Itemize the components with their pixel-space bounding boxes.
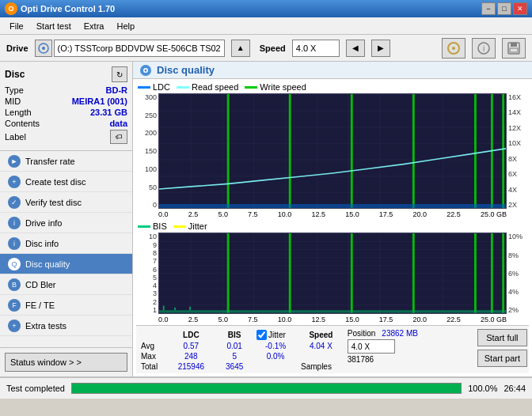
position-row: Position 23862 MB	[348, 329, 418, 338]
svg-rect-32	[351, 233, 353, 313]
content-title: Disc quality	[157, 64, 215, 76]
disc-mid-label: MID	[5, 96, 21, 106]
disc-section-title: Disc	[5, 69, 25, 80]
stats-right: Position 23862 MB 4.0 X 381786	[348, 329, 474, 364]
ldc-color	[138, 86, 150, 89]
ldc-max: 248	[166, 351, 215, 361]
chart2-container: 10 9 8 7 6 5 4 3 2 1	[136, 233, 529, 314]
samples-value: 381786	[348, 355, 374, 364]
chart1-plot	[158, 93, 507, 209]
drive-eject-button[interactable]: ▲	[231, 40, 250, 57]
jitter-checkbox[interactable]	[256, 330, 267, 340]
svg-rect-16	[159, 94, 506, 208]
samples-value-row: 381786	[348, 355, 374, 364]
main-content: Disc ↻ Type BD-R MID MEIRA1 (001) Length…	[0, 62, 532, 376]
sidebar-item-verify-test-disc[interactable]: ✓ Verify test disc	[0, 192, 132, 213]
jitter-header: Jitter	[268, 331, 286, 339]
toolbar-disc-button[interactable]	[442, 38, 466, 59]
jitter-color	[173, 225, 186, 228]
elapsed-time: 26:44	[504, 384, 526, 393]
write-speed-color	[245, 86, 257, 89]
sidebar-item-disc-info[interactable]: i Disc info	[0, 233, 132, 254]
svg-rect-20	[412, 94, 415, 208]
fe-te-label: FE / TE	[25, 301, 55, 310]
chart2-x-axis: 0.0 2.5 5.0 7.5 10.0 12.5 15.0 17.5 20.0…	[136, 316, 529, 323]
chart-area: LDC Read speed Write speed 300 250 200	[133, 79, 532, 376]
menu-bar: File Start test Extra Help	[0, 17, 532, 35]
bis-max: 5	[215, 351, 253, 361]
menu-help[interactable]: Help	[110, 20, 141, 32]
jitter-avg: -0.1%	[253, 341, 298, 351]
sidebar-item-cd-bler[interactable]: B CD Bler	[0, 274, 132, 295]
menu-file[interactable]: File	[3, 20, 30, 32]
speed-up-button[interactable]: ▶	[371, 40, 390, 57]
stats-header-row: LDC BIS Jitter Speed	[138, 329, 344, 341]
sidebar-item-drive-info[interactable]: i Drive info	[0, 213, 132, 233]
maximize-button[interactable]: □	[497, 2, 511, 15]
cd-bler-label: CD Bler	[25, 280, 56, 289]
svg-text:i: i	[483, 44, 484, 53]
svg-rect-37	[159, 311, 506, 313]
svg-rect-29	[159, 233, 506, 313]
svg-point-1	[42, 47, 45, 50]
speed-select[interactable]: 4.0 X	[292, 40, 340, 57]
close-button[interactable]: ✕	[513, 2, 527, 15]
status-window-label: Status window > >	[10, 357, 82, 367]
svg-rect-23	[502, 94, 504, 208]
content-area: Disc quality LDC Read speed Write speed	[133, 62, 532, 376]
speed-down-button[interactable]: ◀	[346, 40, 365, 57]
chart1-container: 300 250 200 150 100 50 0	[136, 93, 529, 209]
toolbar-info-button[interactable]: i	[472, 38, 496, 59]
toolbar-save-button[interactable]	[502, 38, 526, 59]
sidebar-item-transfer-rate[interactable]: ► Transfer rate	[0, 151, 132, 172]
speed-header: Speed	[298, 329, 344, 341]
menu-start-test[interactable]: Start test	[30, 20, 78, 32]
svg-rect-36	[502, 233, 504, 313]
disc-info-icon: i	[8, 237, 21, 250]
sidebar-item-disc-quality[interactable]: Q Disc quality	[0, 254, 132, 274]
menu-extra[interactable]: Extra	[78, 20, 111, 32]
write-speed-label: Write speed	[260, 82, 306, 92]
bis-color	[138, 225, 150, 228]
drive-label: Drive	[6, 43, 28, 53]
sidebar-item-fe-te[interactable]: F FE / TE	[0, 295, 132, 316]
drive-info-icon: i	[8, 217, 21, 229]
chart1-x-axis: 0.0 2.5 5.0 7.5 10.0 12.5 15.0 17.5 20.0…	[136, 210, 529, 218]
bis-label: BIS	[153, 221, 167, 231]
drive-bar: Drive (O:) TSSTcorp BDDVDW SE-506CB TS02…	[0, 35, 532, 62]
position-value: 23862 MB	[382, 329, 418, 338]
create-test-disc-label: Create test disc	[25, 177, 86, 187]
jitter-legend: Jitter	[173, 221, 207, 231]
disc-refresh-button[interactable]: ↻	[112, 66, 127, 82]
bis-avg: 0.01	[215, 341, 253, 351]
read-speed-color	[177, 86, 189, 89]
disc-info-label: Disc info	[25, 239, 59, 248]
svg-rect-34	[474, 233, 477, 313]
cd-bler-icon: B	[8, 278, 21, 291]
disc-quality-header-icon	[139, 64, 152, 77]
progress-percentage: 100.0%	[468, 384, 497, 393]
disc-length-value: 23.31 GB	[90, 108, 127, 117]
position-label: Position	[348, 329, 376, 338]
disc-section: Disc ↻ Type BD-R MID MEIRA1 (001) Length…	[0, 62, 132, 151]
sidebar-item-extra-tests[interactable]: + Extra tests	[0, 316, 132, 336]
status-bar: Test completed 100.0% 26:44	[0, 376, 532, 399]
drive-select[interactable]: (O:) TSSTcorp BDDVDW SE-506CB TS02	[54, 40, 225, 57]
minimize-button[interactable]: −	[481, 2, 496, 15]
svg-rect-18	[289, 94, 291, 208]
write-speed-legend: Write speed	[245, 82, 306, 92]
chart2-y-axis-right: 10% 8% 6% 4% 2%	[507, 233, 529, 314]
svg-rect-7	[511, 43, 517, 47]
chart2-plot	[158, 233, 507, 314]
sidebar-item-create-test-disc[interactable]: + Create test disc	[0, 172, 132, 192]
ldc-legend: LDC	[138, 82, 170, 92]
title-bar-left: O Opti Drive Control 1.70	[5, 2, 115, 15]
start-part-button[interactable]: Start part	[477, 350, 527, 367]
chart2-legend: BIS Jitter	[136, 221, 529, 231]
stats-max-row: Max 248 5 0.0%	[138, 351, 344, 361]
start-full-button[interactable]: Start full	[477, 329, 527, 346]
progress-bar-container	[71, 383, 462, 394]
progress-bar-fill	[72, 384, 461, 393]
status-window-button[interactable]: Status window > >	[5, 353, 127, 372]
disc-label-button[interactable]: 🏷	[110, 130, 127, 144]
